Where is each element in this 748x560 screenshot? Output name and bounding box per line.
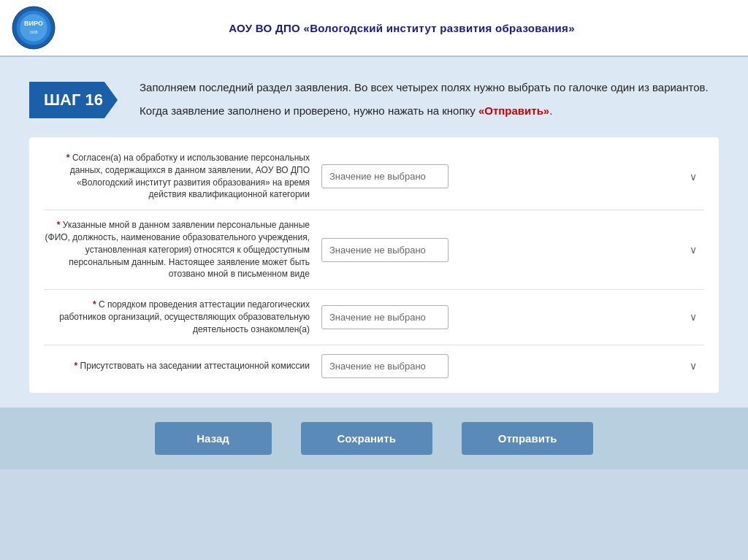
required-mark-3: * <box>93 299 99 310</box>
required-mark-2: * <box>57 220 63 230</box>
submit-button[interactable]: Отправить <box>462 422 594 455</box>
select-wrapper-4[interactable]: Значение не выбрано Да Нет <box>321 354 704 378</box>
consent-select-3[interactable]: Значение не выбрано Да Нет <box>321 305 449 329</box>
select-wrapper-2[interactable]: Значение не выбрано Да Нет <box>321 238 704 262</box>
step-section: ШАГ 16 Заполняем последний раздел заявле… <box>29 79 719 120</box>
svg-text:ВИРО: ВИРО <box>24 20 43 27</box>
instruction-p2-before: Когда заявление заполнено и проверено, н… <box>140 104 478 117</box>
required-mark-1: * <box>66 153 72 163</box>
bottom-buttons-area: Назад Сохранить Отправить <box>0 407 748 469</box>
instruction-p2-highlight: «Отправить» <box>478 104 549 117</box>
form-area: * Согласен(а) на обработку и использован… <box>29 137 719 393</box>
form-label-4: * Присутствовать на заседании аттестацио… <box>44 360 321 372</box>
form-row-1: * Согласен(а) на обработку и использован… <box>44 152 704 210</box>
form-label-1: * Согласен(а) на обработку и использован… <box>44 152 321 201</box>
main-content: ШАГ 16 Заполняем последний раздел заявле… <box>0 57 748 407</box>
form-label-1-text: Согласен(а) на обработку и использование… <box>70 153 310 199</box>
step-badge: ШАГ 16 <box>29 82 118 118</box>
form-label-2-text: Указанные мной в данном заявлении персон… <box>45 220 310 279</box>
instruction-block: Заполняем последний раздел заявления. Во… <box>140 79 719 120</box>
consent-select-2[interactable]: Значение не выбрано Да Нет <box>321 238 449 262</box>
select-wrapper-1[interactable]: Значение не выбрано Да Нет <box>321 164 704 188</box>
select-wrapper-3[interactable]: Значение не выбрано Да Нет <box>321 305 704 329</box>
form-row-2: * Указанные мной в данном заявлении перс… <box>44 219 704 290</box>
back-button[interactable]: Назад <box>155 422 272 455</box>
logo: ВИРО 1938 <box>12 6 56 50</box>
instruction-paragraph-2: Когда заявление заполнено и проверено, н… <box>140 102 719 120</box>
consent-select-4[interactable]: Значение не выбрано Да Нет <box>321 354 449 378</box>
form-label-4-text: Присутствовать на заседании аттестационн… <box>80 361 310 371</box>
form-row-4: * Присутствовать на заседании аттестацио… <box>44 354 704 378</box>
required-mark-4: * <box>75 361 80 371</box>
consent-select-1[interactable]: Значение не выбрано Да Нет <box>321 164 449 188</box>
save-button[interactable]: Сохранить <box>301 422 432 455</box>
form-label-2: * Указанные мной в данном заявлении перс… <box>44 219 321 280</box>
header-title: АОУ ВО ДПО «Вологодский институт развити… <box>67 22 736 34</box>
instruction-p2-after: . <box>549 104 552 117</box>
svg-point-2 <box>20 14 47 42</box>
instruction-paragraph-1: Заполняем последний раздел заявления. Во… <box>140 79 719 96</box>
page-header: ВИРО 1938 АОУ ВО ДПО «Вологодский инстит… <box>0 0 748 57</box>
form-label-3: * С порядком проведения аттестации педаг… <box>44 299 321 335</box>
svg-text:1938: 1938 <box>29 30 37 34</box>
form-row-3: * С порядком проведения аттестации педаг… <box>44 299 704 345</box>
